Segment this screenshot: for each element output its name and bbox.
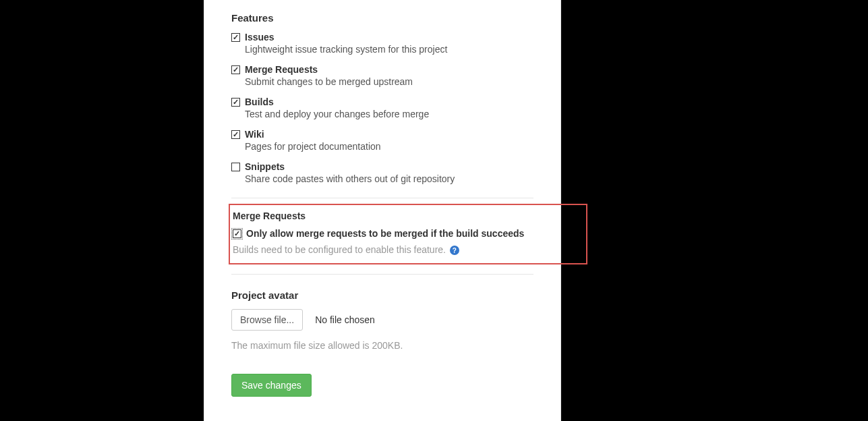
wiki-checkbox[interactable]: [231, 130, 240, 139]
feature-wiki: Wiki Pages for project documentation: [231, 129, 533, 152]
save-button[interactable]: Save changes: [231, 374, 312, 397]
help-icon[interactable]: ?: [450, 246, 459, 255]
divider-2: [231, 274, 533, 275]
settings-panel: Features Issues Lightweight issue tracki…: [204, 0, 561, 421]
snippets-label: Snippets: [245, 161, 285, 172]
feature-builds: Builds Test and deploy your changes befo…: [231, 96, 533, 119]
merge-helper: Builds need to be configured to enable t…: [233, 244, 583, 255]
issues-desc: Lightweight issue tracking system for th…: [245, 44, 533, 55]
wiki-desc: Pages for project documentation: [245, 141, 533, 152]
wiki-label: Wiki: [245, 129, 264, 140]
builds-checkbox[interactable]: [231, 98, 240, 107]
merge-requests-desc: Submit changes to be merged upstream: [245, 76, 533, 87]
merge-helper-text: Builds need to be configured to enable t…: [233, 244, 446, 255]
only-allow-merge-label: Only allow merge requests to be merged i…: [246, 228, 524, 239]
feature-merge-requests: Merge Requests Submit changes to be merg…: [231, 64, 533, 87]
only-allow-merge-checkbox[interactable]: [233, 229, 241, 238]
snippets-desc: Share code pastes with others out of git…: [245, 173, 533, 184]
features-heading: Features: [231, 12, 533, 24]
builds-desc: Test and deploy your changes before merg…: [245, 109, 533, 119]
merge-heading: Merge Requests: [233, 210, 583, 221]
size-note: The maximum file size allowed is 200KB.: [231, 340, 533, 351]
feature-issues: Issues Lightweight issue tracking system…: [231, 32, 533, 55]
no-file-text: No file chosen: [315, 314, 375, 325]
merge-requests-label: Merge Requests: [245, 64, 318, 75]
issues-label: Issues: [245, 32, 274, 43]
snippets-checkbox[interactable]: [231, 163, 240, 171]
browse-file-button[interactable]: Browse file...: [231, 309, 303, 331]
feature-snippets: Snippets Share code pastes with others o…: [231, 161, 533, 184]
merge-requests-highlight: Merge Requests Only allow merge requests…: [229, 204, 587, 264]
issues-checkbox[interactable]: [231, 33, 240, 42]
merge-requests-checkbox[interactable]: [231, 65, 240, 74]
divider: [231, 198, 533, 198]
avatar-heading: Project avatar: [231, 289, 533, 301]
avatar-section: Project avatar Browse file... No file ch…: [231, 289, 533, 351]
builds-label: Builds: [245, 96, 274, 107]
